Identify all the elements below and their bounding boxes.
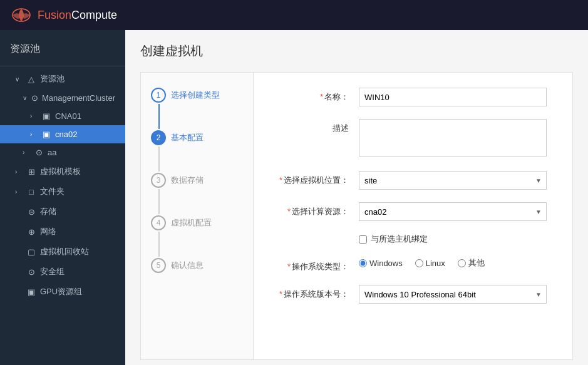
step-4-connector <box>158 232 160 257</box>
location-select-wrapper: site ▼ <box>359 171 547 190</box>
step-1-label[interactable]: 选择创建类型 <box>171 90 220 101</box>
form-panel: *名称： 描述 <box>254 73 572 359</box>
network-icon: ⊕ <box>26 227 36 237</box>
sidebar-item-aa[interactable]: › ⊙ aa <box>0 143 125 162</box>
compute-select[interactable]: cna02 <box>359 202 547 221</box>
os-version-label: *操作系统版本号： <box>274 285 349 300</box>
step-1-row: 1 选择创建类型 <box>141 88 253 103</box>
step-2-row: 2 基本配置 <box>141 130 253 145</box>
desc-label: 描述 <box>274 119 349 134</box>
sidebar-item-storage[interactable]: ⊝ 存储 <box>0 202 125 222</box>
name-control <box>359 88 547 106</box>
sidebar-item-label: GPU资源组 <box>40 286 82 297</box>
step-2-label[interactable]: 基本配置 <box>171 132 204 143</box>
sidebar-item-label: ManagementCluster <box>42 93 115 103</box>
sidebar-item-security-group[interactable]: ⊙ 安全组 <box>0 262 125 282</box>
server-icon: ▣ <box>41 130 51 139</box>
os-linux-radio[interactable] <box>415 259 423 267</box>
location-select[interactable]: site <box>359 171 547 190</box>
folder-icon: □ <box>26 187 36 197</box>
os-windows-option[interactable]: Windows <box>359 259 403 268</box>
location-row: *选择虚拟机位置： site ▼ <box>274 171 552 190</box>
desc-row: 描述 <box>274 119 552 158</box>
name-row: *名称： <box>274 88 552 106</box>
toggle-icon: › <box>15 168 23 175</box>
sidebar-item-label: CNA01 <box>55 111 81 121</box>
sidebar: 资源池 ∨ △ 资源池 ∨ ⊙ ManagementCluster › ▣ CN… <box>0 30 125 365</box>
template-icon: ⊞ <box>26 167 36 177</box>
sidebar-divider <box>0 66 125 66</box>
toggle-icon: › <box>23 149 30 156</box>
os-version-select[interactable]: Windows 10 Professional 64bit <box>359 285 547 304</box>
name-input[interactable] <box>359 88 547 106</box>
step-3-connector <box>158 189 160 214</box>
os-other-radio[interactable] <box>458 259 466 267</box>
storage-icon: ⊝ <box>26 207 36 217</box>
toggle-icon: ∨ <box>15 76 23 83</box>
sidebar-item-gpu-group[interactable]: ▣ GPU资源组 <box>0 282 125 302</box>
compute-select-wrapper: cna02 ▼ <box>359 202 547 221</box>
desc-textarea[interactable] <box>359 119 547 157</box>
name-label: *名称： <box>274 88 349 103</box>
sidebar-item-folder[interactable]: › □ 文件夹 <box>0 182 125 202</box>
step-3-circle: 3 <box>151 173 166 188</box>
sidebar-section-title: 资源池 <box>0 38 125 63</box>
app-title: FusionCompute <box>38 9 117 22</box>
server-icon: ▣ <box>41 111 51 121</box>
os-other-option[interactable]: 其他 <box>458 257 485 269</box>
os-version-select-wrapper: Windows 10 Professional 64bit ▼ <box>359 285 547 304</box>
step-1-connector <box>158 104 160 129</box>
step-5: 5 确认信息 <box>141 258 253 273</box>
resource-pool-icon: △ <box>26 75 36 84</box>
logo: FusionCompute <box>10 6 117 24</box>
step-1-circle: 1 <box>151 88 166 103</box>
bind-label[interactable]: 与所选主机绑定 <box>371 234 428 245</box>
desc-control <box>359 119 547 158</box>
toggle-icon: ∨ <box>23 95 28 101</box>
sidebar-item-management-cluster[interactable]: ∨ ⊙ ManagementCluster <box>0 89 125 107</box>
page-title: 创建虚拟机 <box>140 43 573 59</box>
wizard-container: 1 选择创建类型 2 基本配置 <box>140 72 573 360</box>
sidebar-item-cna02[interactable]: › ▣ cna02 <box>0 125 125 143</box>
sidebar-item-label: cna02 <box>55 130 77 139</box>
os-linux-option[interactable]: Linux <box>415 259 445 268</box>
content-area: 创建虚拟机 1 选择创建类型 2 <box>125 30 588 365</box>
os-type-label: *操作系统类型： <box>274 257 349 272</box>
sidebar-item-label: 存储 <box>40 206 56 217</box>
content-wrapper: 创建虚拟机 1 选择创建类型 2 <box>140 43 573 365</box>
compute-label: *选择计算资源： <box>274 202 349 217</box>
step-4-label[interactable]: 虚拟机配置 <box>171 217 212 229</box>
sidebar-item-vm-template[interactable]: › ⊞ 虚拟机模板 <box>0 162 125 182</box>
toggle-icon: › <box>30 131 38 138</box>
huawei-logo-icon <box>10 6 33 24</box>
step-4-row: 4 虚拟机配置 <box>141 215 253 230</box>
bind-row: 与所选主机绑定 <box>274 234 552 245</box>
location-label: *选择虚拟机位置： <box>274 171 349 186</box>
step-1: 1 选择创建类型 <box>141 88 253 130</box>
sidebar-item-network[interactable]: ⊕ 网络 <box>0 222 125 242</box>
os-other-label: 其他 <box>468 257 485 269</box>
sidebar-item-resource-pool[interactable]: ∨ △ 资源池 <box>0 69 125 89</box>
os-version-row: *操作系统版本号： Windows 10 Professional 64bit … <box>274 285 552 304</box>
os-windows-radio[interactable] <box>359 259 367 267</box>
os-linux-label: Linux <box>426 259 445 268</box>
security-icon: ⊙ <box>26 267 36 277</box>
os-type-row: *操作系统类型： Windows Linux <box>274 257 552 272</box>
sidebar-item-label: 安全组 <box>40 266 64 277</box>
step-3: 3 数据存储 <box>141 173 253 215</box>
sidebar-item-label: 网络 <box>40 226 56 237</box>
sidebar-item-label: 文件夹 <box>40 186 64 197</box>
bind-checkbox[interactable] <box>359 235 367 244</box>
sidebar-item-label: aa <box>48 148 56 157</box>
sidebar-item-label: 虚拟机模板 <box>40 166 81 177</box>
compute-row: *选择计算资源： cna02 ▼ <box>274 202 552 221</box>
step-3-row: 3 数据存储 <box>141 173 253 188</box>
step-5-label[interactable]: 确认信息 <box>171 260 204 271</box>
step-5-circle: 5 <box>151 258 166 273</box>
sidebar-item-vm-recycle[interactable]: ▢ 虚拟机回收站 <box>0 242 125 262</box>
steps-panel: 1 选择创建类型 2 基本配置 <box>141 73 254 359</box>
step-3-label[interactable]: 数据存储 <box>171 175 204 186</box>
sidebar-item-label: 资源池 <box>40 73 64 85</box>
step-2: 2 基本配置 <box>141 130 253 173</box>
sidebar-item-cna01[interactable]: › ▣ CNA01 <box>0 107 125 125</box>
